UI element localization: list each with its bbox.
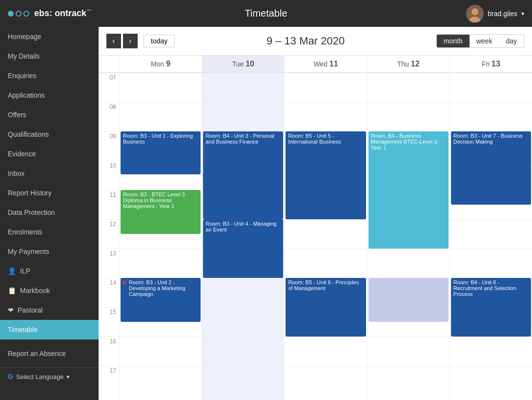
sidebar-item-enrolments[interactable]: Enrolments (0, 222, 99, 242)
sidebar-item-offers[interactable]: Offers (0, 105, 99, 125)
day-col-fri: Room: B3 - Unit 7 - Business Decision Ma… (450, 73, 532, 400)
time-12: 12 (99, 219, 119, 249)
sidebar-item-ilp[interactable]: 👤 ILP (0, 261, 99, 281)
dropdown-caret[interactable]: ▾ (521, 10, 524, 17)
fri-hour-16 (450, 337, 532, 366)
day-col-thu: Room: B4 - Business Management BTEC-Leve… (367, 73, 450, 400)
sidebar-label-enrolments: Enrolments (8, 228, 42, 236)
fri-hour-17 (450, 366, 532, 395)
top-header: ebs: ontrack™ Timetable brad.giles ▾ (0, 0, 532, 27)
sidebar-item-pastoral[interactable]: ❤ Pastoral (0, 300, 99, 320)
event-mon-3[interactable]: Room: B3 - Unit 2 - Developing a Marketi… (121, 278, 201, 322)
mon-hour-16 (120, 337, 202, 366)
sidebar-lang[interactable]: G Select Language ▾ (0, 367, 99, 385)
sidebar-item-applications[interactable]: Applications (0, 85, 99, 105)
time-15: 15 (99, 307, 119, 337)
mon-hour-17 (120, 366, 202, 395)
sidebar-item-data-protection[interactable]: Data Protection (0, 203, 99, 222)
header-title: Timetable (245, 8, 287, 19)
fri-hour-08 (450, 102, 532, 131)
next-button[interactable]: › (123, 34, 138, 48)
wed-hour-13 (285, 249, 367, 278)
time-11: 11 (99, 190, 119, 219)
logo-tm: ™ (86, 8, 91, 14)
lang-dropdown-icon: ▾ (66, 373, 70, 380)
sidebar-item-qualifications[interactable]: Qualifications (0, 125, 99, 144)
event-tue-2[interactable]: Room: B3 - Unit 4 - Managing an Event (203, 219, 283, 278)
ilp-icon: 👤 (8, 267, 16, 275)
event-mon-2[interactable]: Room: B3 - BTEC Level 3 Diploma in Busin… (121, 190, 201, 234)
day-col-mon: Room: B3 - Unit 1 - Exploring Business R… (119, 73, 202, 400)
event-tue-1[interactable]: Room: B4 - Unit 3 - Personal and Busines… (203, 131, 283, 219)
sidebar-label-report-history: Report History (8, 189, 51, 197)
calendar-header-row: Mon 9 Tue 10 Wed 11 Thu 12 Fri 13 (99, 56, 532, 73)
sidebar-label-qualifications: Qualifications (8, 130, 49, 138)
fri-hour-13 (450, 249, 532, 278)
thu-hour-17 (368, 366, 450, 395)
tue-hour-15 (202, 307, 284, 337)
event-wed-1[interactable]: Room: B5 - Unit 5 - International Busine… (286, 131, 366, 219)
sidebar-item-timetable[interactable]: Timetable (0, 320, 99, 339)
user-area[interactable]: brad.giles ▾ (466, 5, 524, 22)
sidebar-label-my-payments: My Payments (8, 248, 49, 255)
wed-hour-17 (285, 366, 367, 395)
logo-area: ebs: ontrack™ (8, 8, 91, 19)
wed-hour-08 (285, 102, 367, 131)
event-thu-1[interactable]: Room: B4 - Business Management BTEC-Leve… (368, 131, 449, 249)
mon-hour-07 (120, 73, 202, 102)
logo-dot-2 (16, 11, 21, 17)
event-wed-2[interactable]: Room: B5 - Unit 6 - Principles of Manage… (286, 278, 366, 337)
week-view-button[interactable]: week (470, 35, 499, 47)
sidebar-item-report-history[interactable]: Report History (0, 183, 99, 203)
thu-hour-16 (368, 337, 450, 366)
calendar-grid: Mon 9 Tue 10 Wed 11 Thu 12 Fri 13 07 08 … (99, 56, 532, 400)
today-button[interactable]: today (143, 35, 175, 47)
sidebar-item-evidence[interactable]: Evidence (0, 144, 99, 164)
tue-hour-07 (202, 73, 284, 102)
sidebar-label-ilp: ILP (20, 267, 30, 275)
sidebar-label-homepage: Homepage (8, 33, 41, 41)
day-view-button[interactable]: day (499, 35, 524, 47)
calendar-body: 07 08 09 10 11 12 13 14 15 16 17 (99, 73, 532, 400)
google-icon: G (8, 373, 13, 380)
sidebar-item-homepage[interactable]: Homepage (0, 27, 99, 46)
main-layout: Homepage My Details Enquiries Applicatio… (0, 27, 532, 400)
logo-dots (8, 11, 29, 17)
thu-hour-07 (368, 73, 450, 102)
sidebar-item-my-details[interactable]: My Details (0, 46, 99, 66)
view-buttons: month week day (436, 34, 524, 48)
event-mon-1[interactable]: Room: B3 - Unit 1 - Exploring Business (121, 131, 201, 174)
day-header-tue: Tue 10 (202, 56, 284, 72)
lang-label: Select Language (16, 373, 64, 380)
sidebar-item-my-payments[interactable]: My Payments (0, 242, 99, 261)
tue-hour-14 (202, 278, 284, 307)
time-16: 16 (99, 337, 119, 366)
sidebar-item-inbox[interactable]: Inbox (0, 164, 99, 183)
pastoral-icon: ❤ (8, 306, 14, 314)
time-07: 07 (99, 73, 119, 102)
event-fri-1[interactable]: Room: B3 - Unit 7 - Business Decision Ma… (451, 131, 531, 205)
sidebar-label-timetable: Timetable (8, 326, 38, 334)
sidebar-item-enquiries[interactable]: Enquiries (0, 66, 99, 85)
tue-hour-08 (202, 102, 284, 131)
day-header-mon: Mon 9 (119, 56, 202, 72)
time-14: 14 (99, 278, 119, 307)
logo-dot-1 (8, 11, 14, 17)
date-range: 9 – 13 Mar 2020 (266, 35, 345, 47)
day-header-wed: Wed 11 (284, 56, 367, 72)
fri-hour-07 (450, 73, 532, 102)
time-17: 17 (99, 366, 119, 395)
event-thu-2 (368, 278, 449, 322)
mon-hour-13 (120, 249, 202, 278)
sidebar-label-pastoral: Pastoral (18, 306, 42, 314)
wed-hour-07 (285, 73, 367, 102)
wed-hour-12 (285, 219, 367, 249)
month-view-button[interactable]: month (437, 35, 470, 47)
markbook-icon: 📋 (8, 287, 16, 295)
sidebar-item-report-absence[interactable]: Report an Absence (0, 340, 99, 367)
prev-button[interactable]: ‹ (106, 34, 121, 48)
sidebar-item-markbook[interactable]: 📋 Markbook (0, 281, 99, 300)
sidebar-label-enquiries: Enquiries (8, 72, 36, 80)
sidebar-label-my-details: My Details (8, 52, 40, 60)
event-fri-2[interactable]: Room: B4 - Unit 8 - Recruitment and Sele… (451, 278, 531, 337)
